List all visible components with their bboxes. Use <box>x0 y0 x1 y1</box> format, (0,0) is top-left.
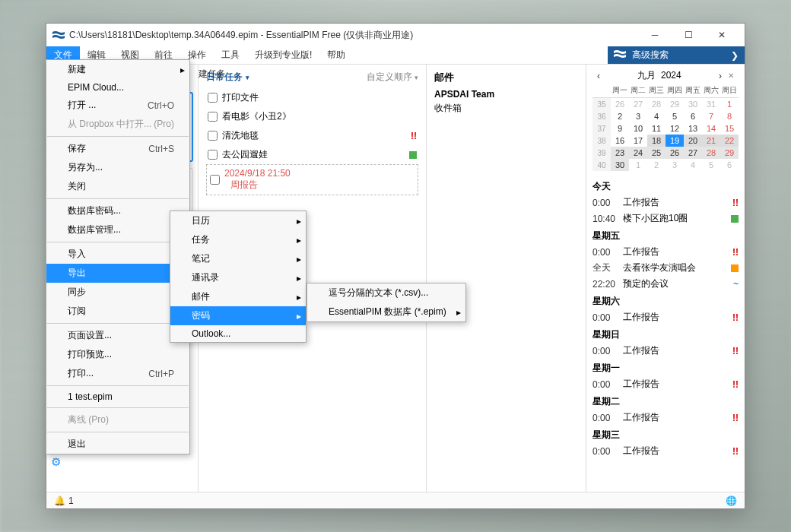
cal-close[interactable]: ✕ <box>725 71 737 80</box>
cal-day[interactable]: 3 <box>666 159 684 171</box>
cal-day[interactable]: 16 <box>611 135 629 147</box>
cal-day[interactable]: 6 <box>684 110 702 122</box>
agenda-item[interactable]: 0:00工作报告!! <box>592 195 739 211</box>
cal-day[interactable]: 8 <box>720 110 739 122</box>
cal-day[interactable]: 20 <box>684 135 702 147</box>
cal-prev[interactable]: ‹ <box>594 71 603 81</box>
cal-day[interactable]: 3 <box>629 110 647 122</box>
menu-item[interactable]: 通讯录▸ <box>170 268 306 287</box>
cal-day[interactable]: 26 <box>666 147 684 159</box>
cal-day[interactable]: 31 <box>702 98 720 111</box>
titlebar[interactable]: C:\Users\18181\Desktop\temp.34A06449.epi… <box>46 24 745 46</box>
menu-item[interactable]: Outlook... <box>170 325 306 342</box>
task-checkbox[interactable] <box>208 131 218 141</box>
cal-day[interactable]: 1 <box>720 98 739 111</box>
menu-item[interactable]: 保存Ctrl+S <box>46 139 189 158</box>
cal-day[interactable]: 30 <box>684 98 702 111</box>
cal-day[interactable]: 15 <box>720 122 739 135</box>
menu-item[interactable]: 打开 ...Ctrl+O <box>46 96 189 115</box>
cal-day[interactable]: 28 <box>702 147 720 159</box>
task-checkbox[interactable] <box>208 112 218 122</box>
cal-day[interactable]: 22 <box>720 135 739 147</box>
cal-day[interactable]: 1 <box>629 159 647 171</box>
task-row[interactable]: 打印文件 <box>206 88 418 107</box>
menu-item[interactable]: 导出▸ <box>46 264 189 283</box>
menu-item[interactable]: 页面设置... <box>46 326 189 345</box>
menu-item[interactable]: 退出 <box>46 435 189 454</box>
task-checkbox[interactable] <box>210 175 220 185</box>
cal-day[interactable]: 14 <box>702 122 720 135</box>
advanced-search[interactable]: 高级搜索 ❯ <box>608 46 745 64</box>
cal-day[interactable]: 23 <box>611 147 629 159</box>
task-row[interactable]: 看电影《小丑2》 <box>206 107 418 126</box>
cal-day[interactable]: 11 <box>647 122 666 135</box>
globe-icon[interactable]: 🌐 <box>726 496 737 506</box>
agenda-item[interactable]: 全天去看张学友演唱会 <box>592 260 739 276</box>
menu-item[interactable]: 1 test.epim <box>46 388 189 405</box>
menu-item[interactable]: 另存为... <box>46 158 189 177</box>
cal-day[interactable]: 12 <box>666 122 684 135</box>
gear-icon[interactable]: ⚙ <box>51 455 66 469</box>
menu-item[interactable]: 导入▸ <box>46 245 189 264</box>
menu-工具[interactable]: 工具 <box>214 46 247 64</box>
menu-item[interactable]: 邮件▸ <box>170 287 306 306</box>
cal-month[interactable]: 九月 2024 <box>603 69 716 82</box>
cal-day[interactable]: 30 <box>611 159 629 171</box>
menu-item[interactable]: EPIM Cloud... <box>46 79 189 96</box>
task-row[interactable]: 清洗地毯!! <box>206 126 418 145</box>
menu-帮助[interactable]: 帮助 <box>319 46 353 64</box>
task-special[interactable]: 2024/9/18 21:50 周报告 <box>206 164 418 195</box>
cal-day[interactable]: 29 <box>720 147 739 159</box>
agenda-item[interactable]: 0:00工作报告!! <box>592 309 739 325</box>
menu-item[interactable]: 同步▸ <box>46 283 189 302</box>
menu-item[interactable]: 笔记▸ <box>170 249 306 268</box>
cal-day[interactable]: 5 <box>666 110 684 122</box>
cal-day[interactable]: 27 <box>684 147 702 159</box>
cal-day[interactable]: 21 <box>702 135 720 147</box>
menu-item[interactable]: 任务▸ <box>170 230 306 249</box>
agenda-item[interactable]: 0:00工作报告!! <box>592 443 739 459</box>
task-checkbox[interactable] <box>208 93 218 103</box>
cal-day[interactable]: 13 <box>684 122 702 135</box>
task-checkbox[interactable] <box>208 150 218 160</box>
menu-item[interactable]: 打印...Ctrl+P <box>46 364 189 383</box>
menu-item[interactable]: 新建▸ <box>46 60 189 79</box>
cal-day[interactable]: 5 <box>702 159 720 171</box>
cal-day[interactable]: 6 <box>720 159 739 171</box>
cal-day[interactable]: 28 <box>647 98 666 111</box>
menu-item[interactable]: 数据库管理... <box>46 220 189 239</box>
menu-升级到专业版![interactable]: 升级到专业版! <box>247 46 319 64</box>
tasks-sort[interactable]: 自定义顺序 ▾ <box>367 71 418 84</box>
close-button[interactable]: ✕ <box>705 24 739 46</box>
mail-account[interactable]: APSDAI Team <box>434 89 578 100</box>
agenda-item[interactable]: 0:00工作报告!! <box>592 410 739 426</box>
cal-day[interactable]: 26 <box>611 98 629 111</box>
reminder-indicator[interactable]: 🔔 1 <box>54 496 74 506</box>
cal-next[interactable]: › <box>716 71 725 81</box>
cal-day[interactable]: 2 <box>611 110 629 122</box>
agenda-item[interactable]: 10:40楼下小区跑10圈 <box>592 211 739 226</box>
menu-item[interactable]: 逗号分隔的文本 (*.csv)... <box>307 283 465 302</box>
menu-item[interactable]: EssentialPIM 数据库 (*.epim)▸ <box>307 302 465 321</box>
cal-day[interactable]: 10 <box>629 122 647 135</box>
agenda-item[interactable]: 0:00工作报告!! <box>592 244 739 260</box>
task-row[interactable]: 去公园遛娃 <box>206 145 418 164</box>
cal-day[interactable]: 2 <box>647 159 666 171</box>
menu-item[interactable]: 打印预览... <box>46 345 189 364</box>
cal-day[interactable]: 7 <box>702 110 720 122</box>
cal-day[interactable]: 18 <box>647 135 666 147</box>
cal-day[interactable]: 29 <box>666 98 684 111</box>
cal-day[interactable]: 17 <box>629 135 647 147</box>
cal-day[interactable]: 25 <box>647 147 666 159</box>
cal-day[interactable]: 19 <box>666 135 684 147</box>
menu-item[interactable]: 关闭 <box>46 177 189 196</box>
cal-day[interactable]: 4 <box>647 110 666 122</box>
menu-item[interactable]: 数据库密码... <box>46 201 189 220</box>
cal-day[interactable]: 27 <box>629 98 647 111</box>
menu-item[interactable]: 密码▸ <box>170 306 306 325</box>
maximize-button[interactable]: ☐ <box>672 24 705 46</box>
agenda-item[interactable]: 0:00工作报告!! <box>592 376 739 392</box>
cal-day[interactable]: 4 <box>684 159 702 171</box>
cal-day[interactable]: 24 <box>629 147 647 159</box>
minimize-button[interactable]: ─ <box>638 24 672 46</box>
